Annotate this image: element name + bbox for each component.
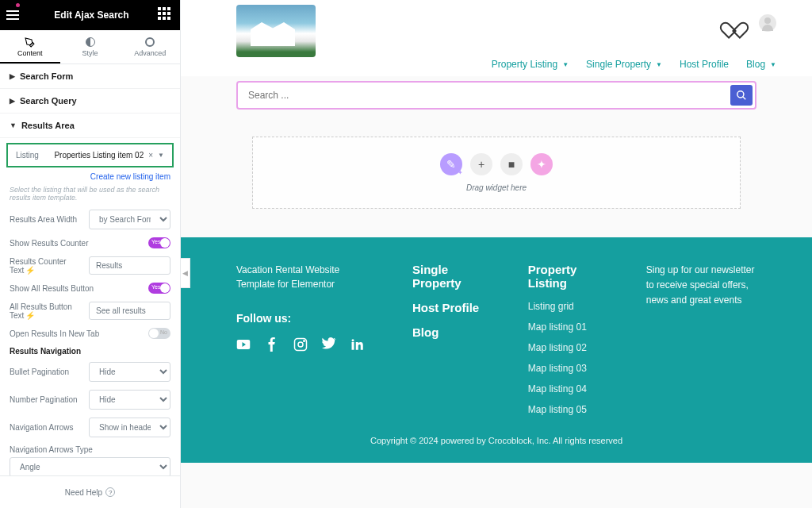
arrows-type-select[interactable]: Angle [10,457,170,475]
width-label: Results Area Width [10,215,82,224]
counter-text-input[interactable] [89,256,170,275]
nav-blog[interactable]: Blog▼ [746,59,776,70]
footer-link[interactable]: Host Profile [412,301,481,314]
counter-text-label: Results Counter Text⚡ [10,257,82,275]
facebook-icon[interactable] [265,337,279,352]
newsletter-text: Sing up for our newsletter to receive sp… [646,263,756,309]
sections-list: ▶Search Form ▶Search Query ▼Results Area… [0,64,180,475]
all-text-label: All Results Button Text⚡ [10,302,82,320]
listing-select[interactable]: Properties Listing item 02 × ▼ [54,151,164,160]
svg-point-0 [737,91,744,98]
open-new-tab-toggle[interactable]: No [148,328,170,339]
footer-link[interactable]: Blog [412,325,481,339]
arrows-label: Navigation Arrows [10,423,82,432]
social-links [236,337,365,352]
results-area-body: Listing Properties Listing item 02 × ▼ C… [0,138,180,475]
instagram-icon[interactable] [293,337,308,352]
plus-icon[interactable]: + [470,153,492,175]
ai-icon[interactable]: ✎ [440,153,462,175]
show-all-toggle[interactable]: Yes [148,283,170,294]
sidebar-header: Edit Ajax Search [0,0,180,30]
show-counter-toggle[interactable]: Yes [148,237,170,248]
arrows-type-label: Navigation Arrows Type [10,445,170,454]
panel-tabs: Content Style Advanced [0,30,180,64]
footer-link[interactable]: Map listing 03 [528,363,599,374]
clear-icon[interactable]: × [148,151,153,160]
footer-link[interactable]: Map listing 04 [528,383,599,394]
youtube-icon[interactable] [236,337,251,352]
caret-right-icon: ▶ [10,72,15,80]
linkedin-icon[interactable] [350,337,365,352]
chevron-down-icon: ▼ [158,152,164,159]
help-icon: ? [105,487,115,497]
star-icon[interactable]: ✦ [530,153,553,175]
twitter-icon[interactable] [322,337,336,352]
editor-sidebar: Edit Ajax Search Content Style Advanced … [0,0,181,508]
show-counter-label: Show Results Counter [10,239,142,248]
bullet-select[interactable]: Hide [89,362,170,382]
footer-link[interactable]: Map listing 01 [528,321,599,333]
nav-subheader: Results Navigation [10,347,170,356]
preview-canvas: ◀ Property Listing▼ Single Property▼ Hos… [181,0,812,508]
search-input[interactable] [240,85,730,106]
listing-label: Listing [16,151,39,160]
notification-dot [16,3,20,7]
search-button[interactable] [730,85,753,106]
panel-title: Edit Ajax Search [25,10,158,21]
chevron-down-icon: ▼ [562,61,569,68]
dynamic-icon[interactable]: ⚡ [25,266,33,274]
section-search-query[interactable]: ▶Search Query [0,89,180,114]
listing-select-row: Listing Properties Listing item 02 × ▼ [6,143,174,167]
number-label: Number Pagination [10,395,82,404]
tab-content[interactable]: Content [0,30,60,64]
open-new-tab-label: Open Results In New Tab [10,329,142,338]
create-listing-link[interactable]: Create new listing item [10,172,170,181]
caret-down-icon: ▼ [10,121,17,129]
search-widget [236,81,756,110]
width-select[interactable]: by Search Form [89,210,170,229]
number-select[interactable]: Hide [89,390,170,410]
main-nav: Property Listing▼ Single Property▼ Host … [492,57,776,76]
bullet-label: Bullet Pagination [10,368,82,376]
tab-advanced[interactable]: Advanced [120,30,180,64]
footer-link[interactable]: Map listing 05 [528,404,599,415]
nav-single-property[interactable]: Single Property▼ [586,59,662,70]
site-logo[interactable] [236,5,316,57]
listing-hint: Select the listing that will be used as … [10,186,170,202]
copyright: Copyright © 2024 powered by Crocoblock, … [236,415,756,463]
drop-hint: Drag widget here [466,183,527,192]
footer-link[interactable]: Map listing 02 [528,342,599,353]
footer-link[interactable]: Listing grid [528,301,599,312]
svg-point-3 [304,341,305,342]
section-search-form[interactable]: ▶Search Form [0,64,180,89]
footer-col3-header[interactable]: Property Listing [528,263,599,290]
user-avatar-icon[interactable] [759,14,776,32]
follow-label: Follow us: [236,312,365,325]
drop-zone[interactable]: ✎ + ■ ✦ Drag widget here [252,137,741,209]
collapse-sidebar-handle[interactable]: ◀ [181,258,190,288]
caret-right-icon: ▶ [10,97,15,105]
folder-icon[interactable]: ■ [500,153,523,175]
nav-property-listing[interactable]: Property Listing▼ [492,59,569,70]
apps-icon[interactable] [158,7,174,23]
arrows-select[interactable]: Show in header [89,418,170,437]
chevron-down-icon: ▼ [770,61,776,68]
favorites-icon[interactable] [726,15,741,31]
show-all-label: Show All Results Button [10,284,142,293]
all-text-input[interactable] [89,302,170,320]
need-help[interactable]: Need Help? [0,475,180,508]
widget-tools: ✎ + ■ ✦ [440,153,553,175]
nav-host-profile[interactable]: Host Profile [680,59,729,70]
site-footer: Vacation Rental Website Template for Ele… [181,237,812,463]
site-header: Property Listing▼ Single Property▼ Host … [181,0,812,76]
menu-icon[interactable] [6,10,25,20]
chevron-down-icon: ▼ [656,61,662,68]
footer-tagline: Vacation Rental Website Template for Ele… [236,263,365,291]
dynamic-icon[interactable]: ⚡ [25,311,33,319]
svg-point-2 [298,342,303,347]
tab-style[interactable]: Style [60,30,121,64]
footer-col2-header[interactable]: Single Property [412,263,481,290]
section-results-area[interactable]: ▼Results Area [0,114,180,138]
